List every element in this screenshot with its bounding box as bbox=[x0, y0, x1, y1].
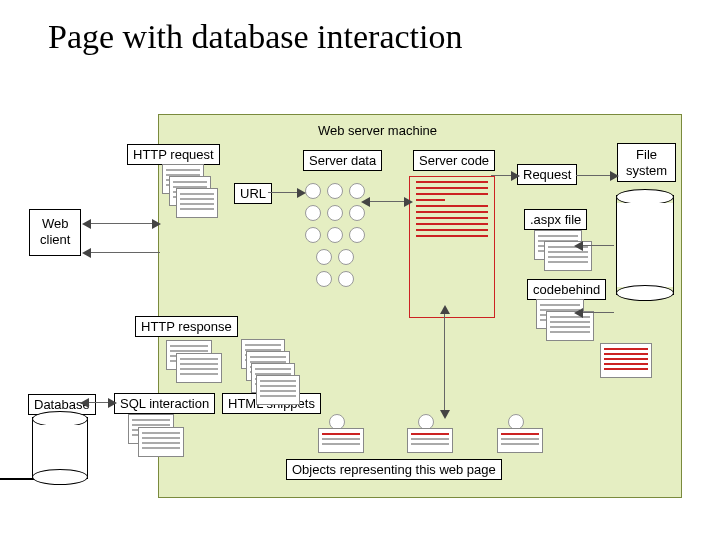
data-circle bbox=[338, 271, 354, 287]
doc-icon bbox=[176, 188, 218, 218]
arrow bbox=[369, 201, 407, 202]
arrowhead bbox=[574, 241, 583, 251]
obj-doc bbox=[497, 428, 543, 453]
data-circle bbox=[327, 205, 343, 221]
file-system-label: Filesystem bbox=[617, 143, 676, 182]
http-response-label: HTTP response bbox=[135, 316, 238, 337]
arrow bbox=[90, 223, 155, 224]
arrowhead bbox=[82, 219, 91, 229]
codebehind-label: codebehind bbox=[527, 279, 606, 300]
arrowhead bbox=[610, 171, 619, 181]
arrowhead bbox=[440, 305, 450, 314]
http-request-label: HTTP request bbox=[127, 144, 220, 165]
web-client-box: Webclient bbox=[29, 209, 81, 256]
arrowhead bbox=[152, 219, 161, 229]
arrowhead bbox=[404, 197, 413, 207]
server-machine-label: Web server machine bbox=[313, 121, 442, 140]
data-circle bbox=[327, 227, 343, 243]
request-label: Request bbox=[517, 164, 577, 185]
arrow bbox=[444, 313, 445, 413]
obj-doc bbox=[318, 428, 364, 453]
aspx-file-label: .aspx file bbox=[524, 209, 587, 230]
arrowhead bbox=[80, 398, 89, 408]
arrow bbox=[268, 192, 300, 193]
obj-doc bbox=[407, 428, 453, 453]
arrow bbox=[582, 245, 614, 246]
arrowhead bbox=[574, 308, 583, 318]
doc-icon bbox=[138, 427, 184, 457]
data-circle bbox=[316, 271, 332, 287]
doc-icon bbox=[176, 353, 222, 383]
arrowhead bbox=[108, 398, 117, 408]
doc-icon bbox=[546, 311, 594, 341]
arrowhead bbox=[297, 188, 306, 198]
database-cylinder bbox=[32, 417, 88, 479]
arrowhead bbox=[440, 410, 450, 419]
data-circle bbox=[338, 249, 354, 265]
data-circle bbox=[305, 205, 321, 221]
arrow bbox=[576, 175, 614, 176]
server-code-doc bbox=[409, 176, 495, 318]
server-data-label: Server data bbox=[303, 150, 382, 171]
objects-caption-label: Objects representing this web page bbox=[286, 459, 502, 480]
sql-interaction-label: SQL interaction bbox=[114, 393, 215, 414]
data-circle bbox=[305, 227, 321, 243]
file-system-cylinder bbox=[616, 195, 674, 295]
data-circle bbox=[349, 205, 365, 221]
arrowhead bbox=[82, 248, 91, 258]
web-client-label: Webclient bbox=[40, 216, 70, 247]
red-doc-icon bbox=[600, 343, 652, 378]
data-circle bbox=[349, 227, 365, 243]
data-circle bbox=[327, 183, 343, 199]
server-code-label: Server code bbox=[413, 150, 495, 171]
doc-icon bbox=[256, 375, 300, 405]
page-title: Page with database interaction bbox=[0, 0, 720, 56]
arrowhead bbox=[361, 197, 370, 207]
arrow bbox=[582, 312, 614, 313]
data-circle bbox=[305, 183, 321, 199]
data-circle bbox=[316, 249, 332, 265]
arrowhead bbox=[511, 171, 520, 181]
arrow bbox=[90, 252, 160, 253]
url-label: URL bbox=[234, 183, 272, 204]
